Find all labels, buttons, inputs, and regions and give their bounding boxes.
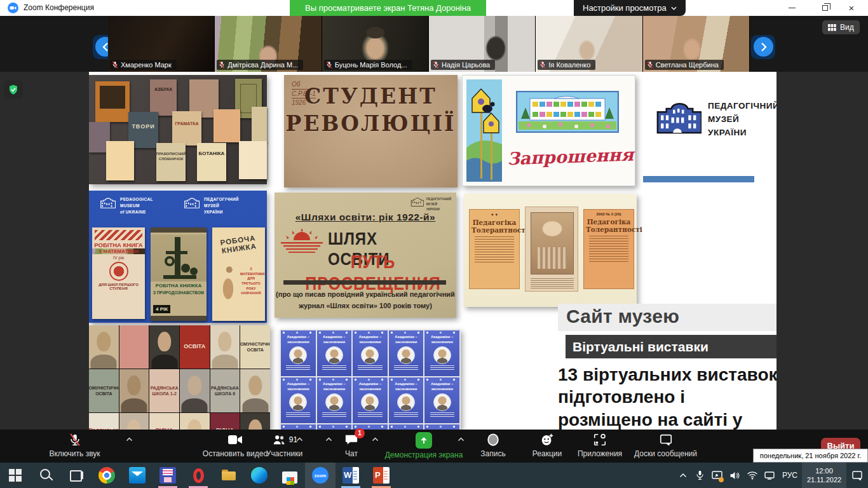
participant-thumbnail[interactable]: Хмаренко Марк	[108, 16, 215, 72]
participant-name: Дмітрієва Дарина М...	[227, 61, 298, 69]
journal-cover: РАДЯНСЬКА ШКОЛА 6	[210, 369, 240, 412]
record-icon	[486, 432, 500, 447]
tray-notification-dot	[719, 477, 724, 482]
exhibition-title: «Шляхи освіти: рік 1922-й»	[275, 212, 456, 223]
share-screen-button[interactable]: Демонстрация экрана	[379, 432, 469, 459]
old-book-cover: ГРАМАТКА	[172, 111, 201, 146]
taskbar-task-view-icon[interactable]	[61, 463, 92, 488]
zoom-control-toolbar: Включить звук Остановить видео 91 Участн…	[0, 430, 868, 463]
taskbar-edge-icon[interactable]	[244, 463, 275, 488]
textbook-cover-working-book: РОБОЧА КНИЖКА З МАТЕМАТИКИ ДЛЯ ТРЕТЬОГО …	[212, 227, 265, 321]
old-book-cover: ПРАВОПИСНИЙ СЛОВНИЧОК	[156, 143, 186, 181]
zoom-app-icon	[8, 3, 18, 13]
taskbar-chrome-icon[interactable]	[92, 463, 122, 488]
museum-logo-uk: ПЕДАГОГІЧНИЙМУЗЕЙУКРАЇНИ	[183, 196, 239, 215]
academic-founder-card: Академіки –засновники	[281, 424, 316, 430]
tray-chevron-up-icon[interactable]	[675, 463, 691, 488]
participant-name: Ія Коваленко	[548, 61, 590, 69]
participant-name: Буцонь Марія Волод...	[335, 61, 407, 69]
taskbar-start-icon[interactable]	[0, 463, 31, 488]
taskbar-mail-icon[interactable]	[122, 463, 153, 488]
journal-cover: КОМУНІСТИЧНА ОСВІТА	[240, 325, 270, 369]
reactions-smiley-icon	[540, 432, 554, 447]
tray-screen-share-icon[interactable]	[708, 463, 726, 488]
restore-icon	[822, 5, 828, 11]
academic-founder-card: Академіки –засновники	[389, 424, 424, 430]
chevron-right-icon	[761, 43, 767, 51]
old-book-cover	[252, 107, 267, 142]
journal-cover: КОМУНІСТИЧНА ОСВІТА	[89, 369, 119, 412]
portraits-collage-image: ОСВІТАКОМУНІСТИЧНА ОСВІТАКОМУНІСТИЧНА ОС…	[89, 325, 270, 430]
blue-divider-bar	[643, 176, 754, 182]
taskbar-opera-icon[interactable]	[183, 463, 214, 488]
exhibition-caption: (про що писав провідний український педа…	[275, 289, 456, 311]
taskbar-store-icon[interactable]	[275, 463, 305, 488]
taskbar-zoom-icon[interactable]: zoom	[305, 463, 336, 488]
chat-unread-badge: 1	[355, 428, 365, 438]
close-button[interactable]: ×	[839, 0, 864, 16]
audio-options-caret[interactable]	[126, 437, 133, 442]
portrait-photo	[119, 413, 149, 430]
academic-founder-card: Академіки –засновники	[424, 377, 459, 423]
portrait-photo	[180, 413, 210, 430]
textbook-cover-math: РОБІТНА КНИГА З МАТЕМАТИКИ IV рік ДЛЯ ШК…	[92, 227, 145, 319]
zoom-meeting-window: { "window": { "app_title": "Zoom Конфере…	[0, 0, 868, 488]
shliakh-osvity-slide-image: ПЕДАГОГІЧНИЙМУЗЕЙУКРАЇНИ «Шляхи освіти: …	[275, 193, 456, 318]
participant-thumbnail[interactable]: Буцонь Марія Волод...	[322, 16, 429, 72]
participant-name: Надія Царьова	[442, 61, 490, 69]
participant-thumbnail[interactable]: Ія Коваленко	[536, 16, 642, 72]
journal-cover: ОСВІТА	[180, 325, 210, 369]
tray-microphone-icon[interactable]	[691, 463, 708, 488]
participant-thumbnails: Хмаренко МаркДмітрієва Дарина М...Буцонь…	[108, 16, 750, 72]
muted-mic-icon	[433, 61, 439, 69]
slide-subheading: Віртуальні виставки	[566, 335, 776, 358]
chat-options-caret[interactable]	[372, 437, 379, 442]
tray-display-icon[interactable]	[761, 463, 778, 488]
windows-taskbar: zoom РУС 12:00 21.11.2022	[0, 463, 868, 488]
action-center-icon[interactable]	[846, 463, 868, 488]
tray-speaker-icon[interactable]	[726, 463, 743, 488]
participant-thumbnail[interactable]: Дмітрієва Дарина М...	[215, 16, 322, 72]
portrait-photo	[210, 325, 240, 369]
old-book-cover: БОТАНІКА	[197, 143, 226, 181]
participants-button[interactable]: 91 Участники	[245, 432, 324, 458]
view-button[interactable]: Вид	[822, 20, 860, 34]
taskbar-file-explorer-icon[interactable]	[214, 463, 244, 488]
portrait-circle	[289, 346, 307, 364]
school-building-illustration	[516, 91, 619, 133]
restore-button[interactable]	[812, 0, 837, 16]
minimize-button[interactable]	[779, 0, 804, 16]
view-settings-dropdown[interactable]: Настройки просмотра	[574, 0, 686, 16]
taskbar-powerpoint-icon[interactable]	[366, 463, 397, 488]
record-button[interactable]: Запись	[474, 432, 512, 458]
date-tooltip: понедельник, 21 ноября 2022 г.	[753, 449, 868, 463]
scroll-participants-right-button[interactable]	[754, 37, 773, 57]
shared-screen-area: АЗБУКАТВОРИГРАМАТКАПРАВОПИСНИЙ СЛОВНИЧОК…	[0, 72, 868, 430]
taskbar-floppy-icon[interactable]	[153, 463, 183, 488]
language-indicator[interactable]: РУС	[778, 463, 802, 488]
whiteboards-button[interactable]: Доски сообщений	[632, 432, 699, 458]
participant-thumbnail[interactable]: Надія Царьова	[429, 16, 536, 72]
presentation-slide: АЗБУКАТВОРИГРАМАТКАПРАВОПИСНИЙ СЛОВНИЧОК…	[89, 72, 776, 430]
pedagogika-tolerantnosti-image: ✦ ✦ ПедагогікаТолерантності 2002 № 2 (20…	[464, 194, 637, 307]
apps-button[interactable]: Приложения	[572, 432, 628, 458]
portrait-photo	[240, 413, 270, 430]
taskbar-clock[interactable]: 12:00 21.11.2022	[802, 463, 846, 488]
share-options-caret[interactable]	[458, 437, 465, 442]
portrait-photo	[240, 369, 270, 412]
participant-name: Светлана Щербина	[656, 61, 719, 69]
participant-name-chip: Светлана Щербина	[645, 60, 724, 70]
portrait-circle	[361, 346, 379, 364]
chat-button[interactable]: 1 Чат	[332, 432, 371, 458]
taskbar-word-icon[interactable]	[336, 463, 366, 488]
unmute-button[interactable]: Включить звук	[13, 432, 137, 458]
portrait-circle	[361, 393, 379, 411]
reactions-button[interactable]: Реакции	[524, 432, 571, 458]
taskbar-search-icon[interactable]	[31, 463, 61, 488]
journal-cover: РІДНА ШКОЛА	[210, 413, 240, 430]
participant-thumbnail[interactable]: Светлана Щербина	[643, 16, 750, 72]
participant-name-chip: Дмітрієва Дарина М...	[217, 60, 303, 70]
textbooks-poster-image: PEDAGOGICALMUSEUMof UKRAINE ПЕДАГОГІЧНИЙ…	[89, 191, 267, 323]
tray-wifi-icon[interactable]	[743, 463, 761, 488]
museum-building-icon	[653, 97, 702, 137]
